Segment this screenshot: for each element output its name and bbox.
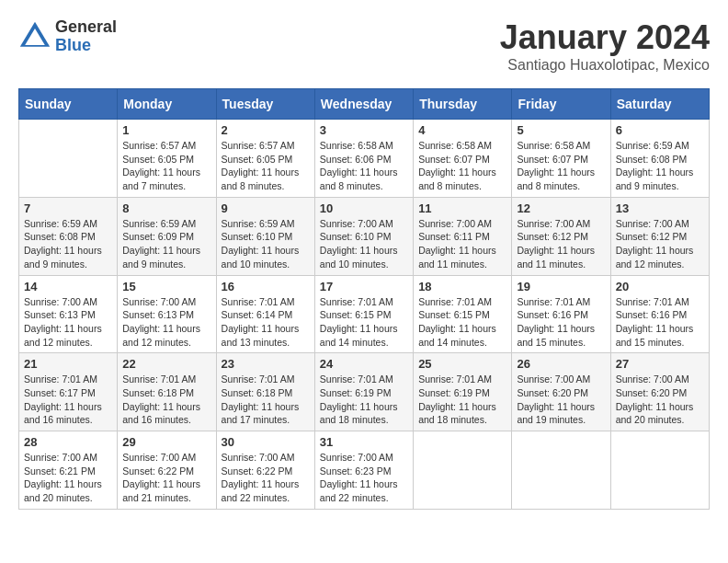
calendar-cell: 10Sunrise: 7:00 AM Sunset: 6:10 PM Dayli…	[314, 197, 413, 275]
day-number: 26	[517, 357, 605, 371]
calendar-cell: 2Sunrise: 6:57 AM Sunset: 6:05 PM Daylig…	[216, 120, 314, 198]
page-container: General Blue January 2024 Santiago Huaxo…	[18, 18, 710, 510]
day-info: Sunrise: 7:01 AM Sunset: 6:18 PM Dayligh…	[122, 373, 210, 427]
calendar-cell: 24Sunrise: 7:01 AM Sunset: 6:19 PM Dayli…	[314, 353, 413, 431]
calendar-cell: 7Sunrise: 6:59 AM Sunset: 6:08 PM Daylig…	[19, 197, 118, 275]
day-number: 17	[320, 280, 408, 293]
day-number: 10	[320, 201, 408, 215]
day-number: 3	[320, 123, 408, 137]
day-info: Sunrise: 7:00 AM Sunset: 6:23 PM Dayligh…	[320, 451, 408, 505]
day-info: Sunrise: 7:01 AM Sunset: 6:14 PM Dayligh…	[222, 295, 310, 350]
title-area: January 2024 Santiago Huaxolotipac, Mexi…	[500, 18, 710, 74]
calendar-week-row: 7Sunrise: 6:59 AM Sunset: 6:08 PM Daylig…	[19, 197, 710, 275]
day-info: Sunrise: 6:57 AM Sunset: 6:05 PM Dayligh…	[222, 139, 310, 193]
calendar-cell: 26Sunrise: 7:00 AM Sunset: 6:20 PM Dayli…	[512, 353, 610, 431]
day-number: 28	[24, 435, 112, 449]
calendar-cell: 21Sunrise: 7:01 AM Sunset: 6:17 PM Dayli…	[19, 353, 118, 431]
calendar-cell: 14Sunrise: 7:00 AM Sunset: 6:13 PM Dayli…	[19, 275, 118, 353]
day-number: 21	[24, 357, 112, 371]
day-info: Sunrise: 7:01 AM Sunset: 6:15 PM Dayligh…	[320, 295, 408, 350]
weekday-header-sunday: Sunday	[19, 89, 118, 120]
day-info: Sunrise: 6:58 AM Sunset: 6:07 PM Dayligh…	[418, 139, 506, 193]
day-info: Sunrise: 6:59 AM Sunset: 6:08 PM Dayligh…	[616, 139, 704, 193]
location-subtitle: Santiago Huaxolotipac, Mexico	[500, 57, 710, 74]
day-info: Sunrise: 7:00 AM Sunset: 6:20 PM Dayligh…	[616, 373, 704, 427]
calendar-cell: 15Sunrise: 7:00 AM Sunset: 6:13 PM Dayli…	[118, 275, 216, 353]
day-info: Sunrise: 7:00 AM Sunset: 6:12 PM Dayligh…	[616, 217, 704, 271]
weekday-header-thursday: Thursday	[414, 89, 512, 120]
day-info: Sunrise: 6:57 AM Sunset: 6:05 PM Dayligh…	[122, 139, 210, 193]
day-info: Sunrise: 7:01 AM Sunset: 6:17 PM Dayligh…	[24, 373, 112, 427]
calendar-week-row: 21Sunrise: 7:01 AM Sunset: 6:17 PM Dayli…	[19, 353, 710, 431]
weekday-header-row: SundayMondayTuesdayWednesdayThursdayFrid…	[19, 89, 710, 120]
calendar-cell: 27Sunrise: 7:00 AM Sunset: 6:20 PM Dayli…	[610, 353, 709, 431]
calendar-cell: 19Sunrise: 7:01 AM Sunset: 6:16 PM Dayli…	[512, 275, 610, 353]
calendar-cell: 23Sunrise: 7:01 AM Sunset: 6:18 PM Dayli…	[216, 353, 314, 431]
weekday-header-monday: Monday	[118, 89, 216, 120]
calendar-cell: 8Sunrise: 6:59 AM Sunset: 6:09 PM Daylig…	[118, 197, 216, 275]
calendar-week-row: 14Sunrise: 7:00 AM Sunset: 6:13 PM Dayli…	[19, 275, 710, 353]
day-number: 16	[222, 280, 310, 293]
calendar-cell	[414, 431, 512, 510]
day-number: 8	[122, 201, 210, 215]
logo-icon	[18, 20, 51, 53]
calendar-cell: 5Sunrise: 6:58 AM Sunset: 6:07 PM Daylig…	[512, 120, 610, 198]
calendar-cell: 17Sunrise: 7:01 AM Sunset: 6:15 PM Dayli…	[314, 275, 413, 353]
weekday-header-wednesday: Wednesday	[314, 89, 413, 120]
day-info: Sunrise: 6:59 AM Sunset: 6:08 PM Dayligh…	[24, 217, 112, 271]
calendar-cell: 4Sunrise: 6:58 AM Sunset: 6:07 PM Daylig…	[414, 120, 512, 198]
day-info: Sunrise: 7:01 AM Sunset: 6:19 PM Dayligh…	[418, 373, 506, 427]
calendar-cell	[19, 120, 118, 198]
day-info: Sunrise: 7:01 AM Sunset: 6:19 PM Dayligh…	[320, 373, 408, 427]
weekday-header-friday: Friday	[512, 89, 610, 120]
calendar-cell: 6Sunrise: 6:59 AM Sunset: 6:08 PM Daylig…	[610, 120, 709, 198]
weekday-header-tuesday: Tuesday	[216, 89, 314, 120]
calendar-cell: 3Sunrise: 6:58 AM Sunset: 6:06 PM Daylig…	[314, 120, 413, 198]
calendar-cell: 11Sunrise: 7:00 AM Sunset: 6:11 PM Dayli…	[414, 197, 512, 275]
day-info: Sunrise: 6:58 AM Sunset: 6:06 PM Dayligh…	[320, 139, 408, 193]
day-number: 15	[122, 280, 210, 293]
calendar-cell: 30Sunrise: 7:00 AM Sunset: 6:22 PM Dayli…	[216, 431, 314, 510]
day-info: Sunrise: 7:00 AM Sunset: 6:22 PM Dayligh…	[222, 451, 310, 505]
day-info: Sunrise: 7:00 AM Sunset: 6:13 PM Dayligh…	[122, 295, 210, 350]
day-number: 5	[517, 123, 605, 137]
day-number: 9	[222, 201, 310, 215]
day-number: 13	[616, 201, 704, 215]
calendar-cell: 22Sunrise: 7:01 AM Sunset: 6:18 PM Dayli…	[118, 353, 216, 431]
calendar-cell	[512, 431, 610, 510]
calendar-week-row: 1Sunrise: 6:57 AM Sunset: 6:05 PM Daylig…	[19, 120, 710, 198]
day-info: Sunrise: 6:59 AM Sunset: 6:09 PM Dayligh…	[122, 217, 210, 271]
calendar-cell: 25Sunrise: 7:01 AM Sunset: 6:19 PM Dayli…	[414, 353, 512, 431]
logo: General Blue	[18, 18, 117, 55]
day-number: 20	[616, 280, 704, 293]
day-number: 31	[320, 435, 408, 449]
day-number: 1	[122, 123, 210, 137]
day-number: 12	[517, 201, 605, 215]
day-number: 25	[418, 357, 506, 371]
day-number: 7	[24, 201, 112, 215]
day-number: 23	[222, 357, 310, 371]
day-number: 30	[222, 435, 310, 449]
day-info: Sunrise: 7:00 AM Sunset: 6:13 PM Dayligh…	[24, 295, 112, 350]
calendar-cell: 28Sunrise: 7:00 AM Sunset: 6:21 PM Dayli…	[19, 431, 118, 510]
calendar-cell	[610, 431, 709, 510]
day-info: Sunrise: 7:00 AM Sunset: 6:11 PM Dayligh…	[418, 217, 506, 271]
day-number: 4	[418, 123, 506, 137]
weekday-header-saturday: Saturday	[610, 89, 709, 120]
calendar-cell: 20Sunrise: 7:01 AM Sunset: 6:16 PM Dayli…	[610, 275, 709, 353]
calendar-cell: 12Sunrise: 7:00 AM Sunset: 6:12 PM Dayli…	[512, 197, 610, 275]
day-number: 19	[517, 280, 605, 293]
day-number: 27	[616, 357, 704, 371]
logo-blue: Blue	[55, 37, 117, 55]
calendar-cell: 16Sunrise: 7:01 AM Sunset: 6:14 PM Dayli…	[216, 275, 314, 353]
day-info: Sunrise: 7:00 AM Sunset: 6:22 PM Dayligh…	[122, 451, 210, 505]
calendar-week-row: 28Sunrise: 7:00 AM Sunset: 6:21 PM Dayli…	[19, 431, 710, 510]
calendar-cell: 9Sunrise: 6:59 AM Sunset: 6:10 PM Daylig…	[216, 197, 314, 275]
day-info: Sunrise: 6:58 AM Sunset: 6:07 PM Dayligh…	[517, 139, 605, 193]
day-number: 14	[24, 280, 112, 293]
day-info: Sunrise: 7:00 AM Sunset: 6:20 PM Dayligh…	[517, 373, 605, 427]
day-info: Sunrise: 7:01 AM Sunset: 6:16 PM Dayligh…	[616, 295, 704, 350]
logo-text: General Blue	[55, 18, 117, 55]
day-number: 29	[122, 435, 210, 449]
calendar-cell: 13Sunrise: 7:00 AM Sunset: 6:12 PM Dayli…	[610, 197, 709, 275]
